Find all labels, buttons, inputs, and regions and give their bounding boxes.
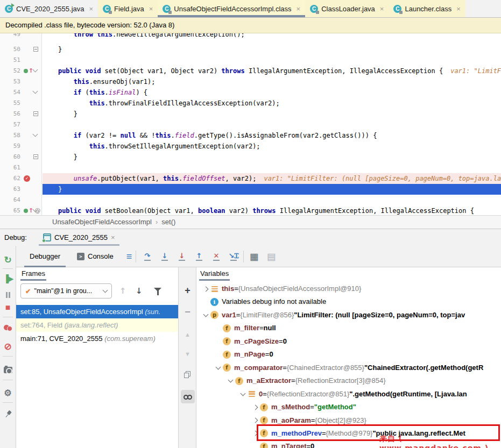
editor-tab[interactable]: CLauncher.class× (389, 0, 465, 17)
frames-panel-title[interactable]: Frames (22, 267, 45, 281)
line-number: 51 (5, 55, 20, 66)
chevron-down-icon[interactable] (214, 367, 222, 369)
breadcrumb-method[interactable]: set() (161, 218, 175, 226)
code-line-64[interactable]: 64 (0, 195, 501, 205)
fold-marker-icon[interactable] (33, 68, 37, 72)
code-line-52[interactable]: 52↑ public void set(Object var1, Object … (0, 66, 501, 76)
breadcrumb-class[interactable]: UnsafeObjectFieldAccessorImpl (52, 218, 152, 226)
code-line-53[interactable]: 53 this.ensureObj(var1); (0, 76, 501, 87)
code-line-54[interactable]: 54 if (this.isFinal) { (0, 87, 501, 98)
stack-frame-row[interactable]: set:764, Field (java.lang.reflect) (16, 318, 178, 332)
step-over-icon[interactable]: ↷ (141, 250, 154, 263)
fold-marker-icon[interactable] (33, 133, 37, 136)
variable-row-info[interactable]: iVariables debug info not available (197, 295, 501, 308)
code-line-59[interactable]: 59 this.throwSetIllegalArgumentException… (0, 141, 501, 152)
rerun-button[interactable]: ↻ (0, 253, 16, 266)
variable-row-this[interactable]: this = {UnsafeObjectFieldAccessorImpl@91… (197, 282, 501, 295)
variable-row-m_cPageSize[interactable]: fm_cPageSize = 0 (197, 335, 501, 348)
pause-button[interactable] (0, 288, 16, 301)
close-icon[interactable]: × (456, 5, 461, 13)
drop-frame-icon[interactable]: ✕ (210, 250, 223, 263)
breakpoint-gutter[interactable]: ✓ (24, 175, 30, 182)
stack-frame-row[interactable]: set:85, UnsafeObjectFieldAccessorImpl (s… (16, 305, 178, 318)
tab-debugger[interactable]: Debugger (24, 246, 66, 267)
copy-button[interactable] (179, 368, 196, 381)
stop-button[interactable]: ■ (0, 301, 16, 314)
settings-button[interactable]: ⚙ (0, 386, 16, 399)
chevron-right-icon[interactable] (251, 406, 259, 409)
code-line-55[interactable]: 55 this.throwFinalFieldIllegalAccessExce… (0, 98, 501, 109)
mute-breakpoints-button[interactable]: ⊘ (0, 340, 16, 353)
editor-tab[interactable]: CClassLoader.java× (305, 0, 389, 17)
execution-point-icon[interactable]: ↑ (24, 68, 33, 74)
variable-row-m_comparator[interactable]: fm_comparator = {ChainedExtractor@855} "… (197, 361, 501, 374)
thread-selector-dropdown[interactable]: ✔ "main"@1 in grou... (20, 283, 112, 298)
hide-frames-filter-icon[interactable] (154, 288, 161, 291)
show-watches-button[interactable] (179, 390, 196, 403)
line-number: 62 (5, 173, 20, 184)
code-line-60[interactable]: 60 } (0, 152, 501, 162)
code-line-51[interactable]: 51 (0, 55, 501, 66)
code-line-63[interactable]: 63 } (0, 184, 501, 195)
chevron-right-icon[interactable] (201, 287, 210, 291)
code-line-61[interactable]: 61 (0, 162, 501, 173)
variables-panel-title[interactable]: Variables (200, 267, 229, 281)
chevron-down-icon[interactable] (238, 393, 247, 395)
frame-up-icon[interactable]: ↑ (119, 285, 126, 297)
pin-button[interactable] (0, 408, 16, 421)
thread-dump-button[interactable] (0, 364, 16, 376)
step-out-icon[interactable]: ↑ (193, 250, 206, 263)
code-line-56[interactable]: 56 } (0, 109, 501, 119)
remove-watch-button[interactable]: − (179, 305, 196, 318)
code-line-57[interactable]: 57 (0, 119, 501, 130)
frame-down-icon[interactable]: ↓ (136, 285, 143, 297)
threads-menu-icon[interactable]: ≡ (123, 250, 136, 263)
fold-marker-icon[interactable] (33, 154, 38, 159)
fold-marker-icon[interactable] (33, 111, 38, 116)
move-up-button[interactable]: ▲ (179, 328, 196, 341)
variable-row-m_sMethod[interactable]: fm_sMethod = "getMethod" (197, 401, 501, 414)
code-editor[interactable]: 49 throw this.newGetIllegalArgumentExcep… (0, 33, 501, 215)
fold-marker-icon[interactable] (33, 90, 37, 93)
force-step-into-icon[interactable]: ↓ (175, 250, 188, 263)
tab-console[interactable]: > Console (73, 246, 118, 267)
editor-tab[interactable]: CCVE_2020_2555.java× (0, 0, 98, 17)
resume-button[interactable]: ▐▶ (0, 272, 16, 285)
editor-tab[interactable]: CUnsafeObjectFieldAccessorImpl.class× (158, 0, 305, 17)
evaluate-expression-icon[interactable]: ▦ (248, 250, 260, 263)
close-icon[interactable]: × (149, 5, 153, 13)
variable-value-part: null (264, 322, 276, 335)
layout-settings-icon[interactable]: ▤ (265, 250, 278, 263)
move-down-button[interactable]: ▼ (179, 347, 196, 360)
code-line-62[interactable]: 62✓ unsafe.putObject(var1, this.fieldOff… (0, 173, 501, 184)
close-session-icon[interactable]: × (111, 233, 115, 241)
run-to-cursor-icon[interactable]: ↘Ɪ (227, 250, 240, 263)
fold-marker-icon[interactable] (33, 208, 37, 211)
code-line-58[interactable]: 58 if (var2 != null && !this.field.getTy… (0, 130, 501, 141)
chevron-down-icon[interactable] (226, 380, 235, 382)
editor-tab[interactable]: CField.java× (98, 0, 158, 17)
chevron-right-icon[interactable] (251, 418, 259, 422)
execution-point-icon[interactable]: ↑@ (24, 208, 40, 214)
code-line-50[interactable]: 50 } (0, 44, 501, 55)
chevron-down-icon[interactable] (201, 314, 210, 316)
add-watch-button[interactable]: + (179, 284, 196, 297)
code-line-65[interactable]: 65↑@ public void setBoolean(Object var1,… (0, 205, 501, 215)
variable-row-m_nPage[interactable]: fm_nPage = 0 (197, 348, 501, 361)
close-icon[interactable]: × (380, 5, 384, 13)
close-icon[interactable]: × (89, 5, 94, 13)
line-number: 59 (5, 141, 20, 152)
stack-frame-row[interactable]: main:71, CVE_2020_2555 (com.supeream) (16, 332, 178, 345)
debug-session-tab[interactable]: CVE_2020_2555 × (38, 229, 121, 246)
step-into-icon[interactable]: ↓ (158, 250, 171, 263)
close-icon[interactable]: × (297, 5, 301, 13)
variable-row-0[interactable]: 0 = {ReflectionExtractor@851} ".getMetho… (197, 388, 501, 401)
variable-row-m_filter[interactable]: fm_filter = null (197, 322, 501, 335)
view-breakpoints-button[interactable] (0, 322, 16, 335)
variable-row-var1[interactable]: pvar1 = {LimitFilter@856} "LimitFilter: … (197, 309, 501, 322)
class-icon: C (393, 5, 401, 13)
fold-marker-icon[interactable] (33, 47, 38, 52)
breakpoint-verified-icon[interactable]: ✓ (24, 175, 30, 182)
code-line-49[interactable]: 49 throw this.newGetIllegalArgumentExcep… (0, 33, 501, 40)
variable-row-m_aExtractor[interactable]: fm_aExtractor = {ReflectionExtractor[3]@… (197, 374, 501, 387)
